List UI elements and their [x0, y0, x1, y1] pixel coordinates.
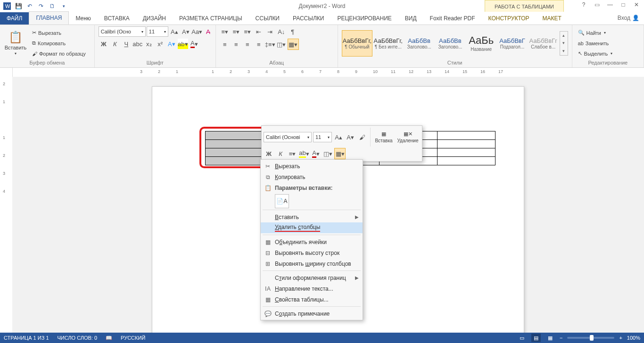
- styles-more-button[interactable]: ▴▾▾: [560, 31, 568, 56]
- increase-indent-icon[interactable]: ⇥: [265, 26, 275, 37]
- font-size-combo[interactable]: 11▾: [147, 26, 168, 37]
- sign-in[interactable]: Вход👤: [618, 15, 639, 21]
- superscript-button[interactable]: x²: [155, 39, 165, 49]
- style-item-6[interactable]: АаБбВвГгСлабое в...: [528, 30, 559, 57]
- ctx-merge-cells[interactable]: ▦Объединить ячейки: [261, 237, 363, 247]
- grow-font-icon[interactable]: A▴: [169, 26, 180, 37]
- ctx-border-styles[interactable]: Стили оформления границ▶: [261, 272, 363, 283]
- find-button[interactable]: 🔍Найти▾: [576, 28, 615, 38]
- status-language[interactable]: РУССКИЙ: [121, 335, 145, 341]
- borders-icon[interactable]: ▦▾: [288, 39, 299, 50]
- status-word-count[interactable]: ЧИСЛО СЛОВ: 0: [58, 335, 98, 341]
- ribbon-display-icon[interactable]: ▭: [591, 0, 603, 9]
- tab-view[interactable]: ВИД: [398, 12, 423, 24]
- tab-home[interactable]: ГЛАВНАЯ: [29, 11, 69, 24]
- view-print-icon[interactable]: ▤: [531, 334, 541, 342]
- bullets-icon[interactable]: ≡▾: [220, 26, 230, 37]
- undo-icon[interactable]: ↶: [25, 1, 35, 11]
- align-center-icon[interactable]: ≡: [231, 39, 241, 49]
- shading-icon[interactable]: ◫▾: [276, 39, 287, 49]
- cut-button[interactable]: ✂Вырезать: [30, 28, 88, 38]
- maximize-icon[interactable]: □: [618, 0, 629, 9]
- new-doc-icon[interactable]: 🗋: [47, 1, 58, 11]
- format-painter-button[interactable]: 🖌Формат по образцу: [30, 49, 88, 58]
- select-button[interactable]: ↖Выделить▾: [576, 49, 615, 58]
- ctx-text-direction[interactable]: ⅠAНаправление текста...: [261, 283, 363, 294]
- copy-button[interactable]: ⧉Копировать: [30, 39, 88, 48]
- mini-shading-icon[interactable]: ◫▾: [322, 148, 333, 159]
- ctx-distribute-rows[interactable]: ⊟Выровнять высоту строк: [261, 247, 363, 258]
- highlight-icon[interactable]: ab▾: [178, 39, 188, 49]
- tab-insert[interactable]: ВСТАВКА: [98, 12, 136, 24]
- zoom-slider[interactable]: [567, 337, 614, 339]
- strike-button[interactable]: abc: [132, 39, 143, 49]
- mini-format-painter-icon[interactable]: 🖌: [357, 132, 367, 142]
- qat-more-icon[interactable]: ▾: [58, 1, 69, 11]
- font-name-combo[interactable]: Calibri (Осно▾: [99, 26, 146, 37]
- justify-icon[interactable]: ≡: [254, 39, 264, 49]
- help-icon[interactable]: ?: [578, 0, 589, 9]
- mini-shrink-font-icon[interactable]: A▾: [345, 132, 355, 142]
- tab-review[interactable]: РЕЦЕНЗИРОВАНИЕ: [330, 12, 398, 24]
- minimize-icon[interactable]: —: [604, 0, 616, 9]
- close-icon[interactable]: ✕: [631, 0, 642, 9]
- mini-align-icon[interactable]: ≡▾: [287, 148, 297, 159]
- align-right-icon[interactable]: ≡: [242, 39, 253, 49]
- show-marks-icon[interactable]: ¶: [288, 26, 298, 37]
- mini-font-color-icon[interactable]: A▾: [311, 148, 321, 159]
- zoom-out-icon[interactable]: −: [560, 335, 562, 341]
- line-spacing-icon[interactable]: ‡≡▾: [265, 39, 275, 49]
- ruler-vertical[interactable]: 211234: [0, 77, 12, 333]
- tab-design[interactable]: ДИЗАЙН: [136, 12, 173, 24]
- shrink-font-icon[interactable]: A▾: [181, 26, 191, 37]
- style-item-0[interactable]: АаБбВвГг,¶ Обычный: [342, 30, 373, 57]
- mini-grow-font-icon[interactable]: A▴: [333, 132, 344, 142]
- ctx-copy[interactable]: ⧉Копировать: [261, 172, 363, 182]
- mini-italic-button[interactable]: К: [275, 148, 286, 159]
- zoom-level[interactable]: 100%: [627, 335, 640, 341]
- font-color-icon[interactable]: A▾: [189, 39, 199, 49]
- ruler-horizontal[interactable]: 3211234567891011121314151617: [13, 68, 644, 77]
- mini-font-combo[interactable]: Calibri (Основі▾: [264, 132, 312, 142]
- clear-format-icon[interactable]: A̶: [203, 26, 214, 37]
- ctx-insert[interactable]: Вставить▶: [261, 212, 363, 222]
- mini-borders-icon[interactable]: ▦▾: [334, 148, 346, 159]
- mini-bold-button[interactable]: Ж: [264, 148, 274, 159]
- change-case-icon[interactable]: Aa▾: [192, 26, 202, 37]
- ctx-table-properties[interactable]: ▦Свойства таблицы...: [261, 294, 363, 305]
- view-read-icon[interactable]: ▭: [517, 334, 527, 342]
- tab-mailings[interactable]: РАССЫЛКИ: [286, 12, 330, 24]
- document-area[interactable]: Calibri (Основі▾ 11▾ A▴ A▾ 🖌 ▦Вставка ▦✕…: [12, 77, 644, 333]
- style-item-1[interactable]: АаБбВвГг,¶ Без инте...: [372, 30, 404, 57]
- mini-insert-button[interactable]: ▦Вставка: [373, 131, 394, 143]
- text-effects-icon[interactable]: A▾: [166, 39, 177, 49]
- tab-menu[interactable]: Меню: [69, 12, 97, 24]
- ctx-paste-option-keep-source[interactable]: 📄A: [275, 194, 289, 208]
- bold-button[interactable]: Ж: [99, 39, 109, 49]
- multilevel-icon[interactable]: ≡▾: [242, 26, 253, 37]
- style-item-3[interactable]: АаБбВвЗаголово...: [435, 30, 466, 57]
- ctx-distribute-cols[interactable]: ⊞Выровнять ширину столбцов: [261, 258, 363, 269]
- numbering-icon[interactable]: ≡▾: [231, 26, 241, 37]
- save-icon[interactable]: 💾: [13, 1, 24, 11]
- mini-size-combo[interactable]: 11▾: [313, 132, 332, 142]
- ctx-delete-columns[interactable]: Удалить столбцы: [261, 222, 363, 233]
- tab-foxit[interactable]: Foxit Reader PDF: [423, 12, 482, 24]
- style-item-2[interactable]: АаБбВвЗаголово...: [404, 30, 435, 57]
- tab-file[interactable]: ФАЙЛ: [0, 12, 29, 24]
- style-item-5[interactable]: АаБбВвГПодзагол...: [497, 30, 528, 57]
- underline-button[interactable]: Ч: [121, 39, 132, 49]
- mini-delete-button[interactable]: ▦✕Удаление: [396, 131, 420, 143]
- align-left-icon[interactable]: ≡: [220, 39, 230, 49]
- mini-highlight-icon[interactable]: ab▾: [299, 148, 309, 159]
- tab-page-layout[interactable]: РАЗМЕТКА СТРАНИЦЫ: [173, 12, 249, 24]
- zoom-in-icon[interactable]: +: [619, 335, 622, 341]
- style-item-4[interactable]: АаБьНазвание: [466, 30, 497, 57]
- replace-button[interactable]: abЗаменить: [576, 39, 615, 48]
- tab-table-layout[interactable]: МАКЕТ: [536, 12, 568, 24]
- italic-button[interactable]: К: [110, 39, 120, 49]
- ctx-new-comment[interactable]: 💬Создать примечание: [261, 308, 363, 319]
- paste-button[interactable]: 📋 Вставить ▾: [4, 31, 27, 56]
- sort-icon[interactable]: A↓: [276, 26, 287, 37]
- ctx-cut[interactable]: ✂Вырезать: [261, 161, 363, 172]
